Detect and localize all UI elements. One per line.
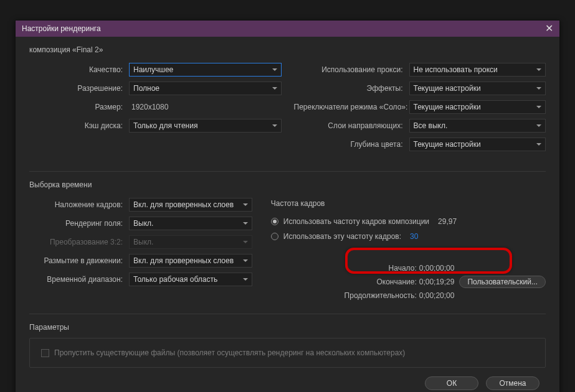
chevron-down-icon [272,87,277,90]
framerate-this-label: Использовать эту частоту кадров: [283,232,401,241]
motion-label: Размытие в движении: [29,256,129,265]
framerate-this-radio-row[interactable]: Использовать эту частоту кадров: 30 [271,229,546,244]
size-value: 1920x1080 [129,103,168,111]
dialog-buttons: ОК Отмена [29,368,546,392]
settings-left-column: Качество: Наилучшее Разрешение: Полное Р… [29,60,282,154]
start-value: 0;00;00;00 [419,264,455,273]
resolution-value: Полное [133,84,159,93]
chevron-down-icon [536,87,541,90]
proxy-label: Использование прокси: [294,65,409,74]
ok-button[interactable]: ОК [425,376,478,390]
solo-select[interactable]: Текущие настройки [409,100,546,114]
params-section: Параметры Пропустить существующие файлы … [29,323,546,368]
field-label: Рендеринг поля: [29,219,129,228]
dialog-title: Настройки рендеринга [22,24,101,33]
chevron-down-icon [536,143,541,146]
chevron-down-icon [272,124,277,127]
guides-value: Все выкл. [414,121,448,130]
chevron-down-icon [243,278,248,281]
skip-existing-checkbox[interactable] [41,349,49,357]
resolution-label: Разрешение: [29,84,129,93]
framerate-this-value[interactable]: 30 [410,232,418,241]
framerate-group: Частота кадров Использовать частоту кадр… [265,195,546,244]
params-box: Пропустить существующие файлы (позволяет… [29,338,546,368]
motion-select[interactable]: Вкл. для проверенных слоев [129,254,252,268]
radio-icon [271,218,278,225]
span-label: Временной диапазон: [29,275,129,284]
framerate-comp-label: Использовать частоту кадров композиции [283,217,429,226]
end-label: Окончание: [265,278,419,286]
time-right-column: Частота кадров Использовать частоту кадр… [265,195,546,302]
solo-value: Текущие настройки [414,103,481,111]
pulldown-select: Выкл. [129,235,252,249]
motion-value: Вкл. для проверенных слоев [133,256,234,265]
resolution-select[interactable]: Полное [129,82,282,95]
chevron-down-icon [536,124,541,127]
blend-value: Вкл. для проверенных слоев [133,200,234,209]
depth-label: Глубина цвета: [294,140,409,149]
cache-value: Только для чтения [133,121,197,130]
framerate-title: Частота кадров [271,199,546,208]
span-select[interactable]: Только рабочая область [129,273,252,286]
quality-label: Качество: [29,65,129,74]
solo-label: Переключатели режима «Соло»: [294,103,409,111]
blend-select[interactable]: Вкл. для проверенных слоев [129,198,252,212]
chevron-down-icon [243,259,248,262]
chevron-down-icon [243,241,248,243]
proxy-select[interactable]: Не использовать прокси [409,63,546,77]
guides-select[interactable]: Все выкл. [409,119,546,133]
titlebar: Настройки рендеринга ✕ [16,21,559,37]
field-select[interactable]: Выкл. [129,217,252,230]
settings-right-column: Использование прокси: Не использовать пр… [294,60,546,154]
depth-value: Текущие настройки [414,140,481,149]
pulldown-value: Выкл. [133,238,153,246]
chevron-down-icon [272,68,277,71]
chevron-down-icon [243,222,248,225]
depth-select[interactable]: Текущие настройки [409,138,546,151]
cancel-button[interactable]: Отмена [486,376,539,390]
chevron-down-icon [536,106,541,108]
field-value: Выкл. [133,219,153,228]
effects-select[interactable]: Текущие настройки [409,82,546,95]
chevron-down-icon [536,68,541,71]
cache-select[interactable]: Только для чтения [129,119,282,133]
timing-box: Начало: 0;00;00;00 Окончание: 0;00;19;29… [265,261,546,302]
time-left-column: Наложение кадров: Вкл. для проверенных с… [29,195,252,302]
framerate-comp-value: 29,97 [438,217,457,226]
guides-label: Слои направляющих: [294,121,409,130]
effects-value: Текущие настройки [414,84,481,93]
quality-value: Наилучшее [133,65,173,74]
cache-label: Кэш диска: [29,121,129,130]
radio-icon [271,233,278,240]
effects-label: Эффекты: [294,84,409,93]
params-title: Параметры [29,323,546,332]
dialog-content: композиция «Final 2» Качество: Наилучшее… [16,37,559,392]
quality-select[interactable]: Наилучшее [129,63,282,77]
composition-label: композиция «Final 2» [29,45,546,54]
render-settings-dialog: Настройки рендеринга ✕ композиция «Final… [15,20,560,392]
custom-range-button[interactable]: Пользовательский... [459,276,546,288]
end-value: 0;00;19;29 [419,278,455,286]
framerate-comp-radio-row[interactable]: Использовать частоту кадров композиции 2… [271,214,546,229]
size-label: Размер: [29,103,129,111]
start-label: Начало: [265,264,419,273]
pulldown-label: Преобразование 3:2: [29,238,129,246]
chevron-down-icon [243,203,248,206]
proxy-value: Не использовать прокси [414,65,498,74]
time-section-title: Выборка времени [29,180,546,189]
duration-label: Продолжительность: [265,291,419,300]
span-value: Только рабочая область [133,275,217,284]
close-icon[interactable]: ✕ [545,24,553,34]
skip-existing-label: Пропустить существующие файлы (позволяет… [54,348,405,357]
duration-value: 0;00;20;00 [419,291,455,300]
blend-label: Наложение кадров: [29,200,129,209]
